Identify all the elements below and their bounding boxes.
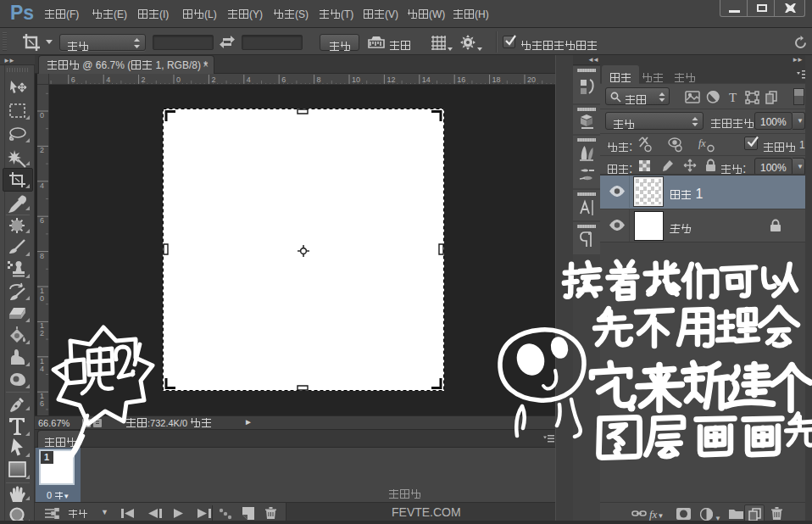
svg-text:2: 2 [40, 329, 44, 337]
svg-text:8: 8 [40, 252, 44, 260]
svg-text:0: 0 [40, 111, 44, 120]
svg-text:14: 14 [422, 75, 431, 84]
svg-text:4: 4 [247, 75, 251, 84]
svg-text:2: 2 [211, 75, 215, 84]
svg-text:6: 6 [281, 75, 286, 84]
svg-text:6: 6 [40, 216, 44, 225]
svg-text:0: 0 [176, 75, 181, 84]
svg-text:4: 4 [106, 75, 110, 84]
svg-text:2: 2 [142, 75, 146, 84]
svg-text:6: 6 [71, 75, 75, 84]
svg-text:2: 2 [40, 146, 44, 154]
svg-text:10: 10 [352, 75, 360, 84]
svg-text:6: 6 [40, 399, 44, 408]
svg-text:4: 4 [40, 365, 44, 373]
svg-text:0: 0 [40, 294, 44, 303]
svg-text:12: 12 [387, 75, 395, 84]
svg-text:20: 20 [527, 75, 536, 84]
svg-text:fx: fx [698, 137, 706, 149]
svg-text:8: 8 [317, 75, 321, 84]
svg-text:18: 18 [492, 75, 501, 84]
svg-text:T: T [729, 91, 737, 104]
svg-text:16: 16 [457, 75, 465, 84]
svg-text:4: 4 [40, 181, 44, 190]
